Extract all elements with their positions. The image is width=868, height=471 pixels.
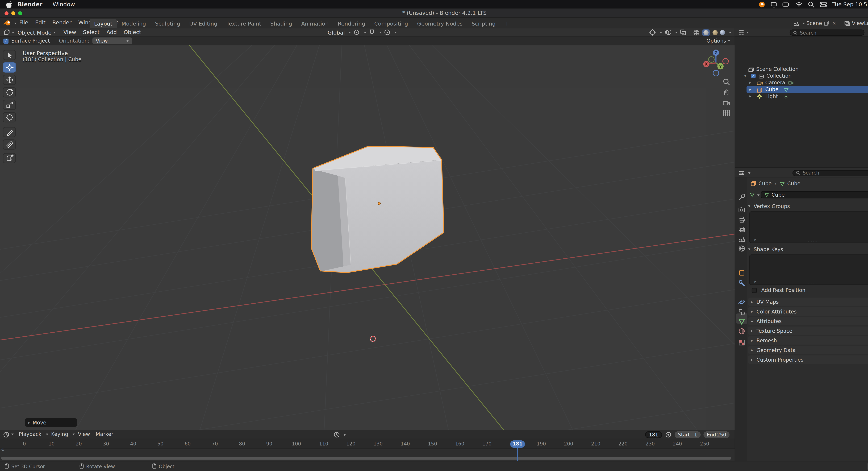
playback-sync-icon[interactable] bbox=[333, 432, 340, 438]
editor-type-caret[interactable] bbox=[12, 31, 14, 33]
scene-browse-caret[interactable] bbox=[803, 22, 805, 24]
tab-view-layer[interactable] bbox=[737, 225, 746, 233]
panel-attributes[interactable]: ▸ Attributes bbox=[748, 317, 868, 325]
cube-expand-icon[interactable]: ▸ bbox=[749, 86, 751, 93]
camera-view-button[interactable] bbox=[721, 98, 731, 108]
wifi-icon[interactable] bbox=[796, 1, 803, 8]
tool-rotate[interactable] bbox=[3, 87, 16, 97]
vertex-groups-list[interactable]: ▸ bbox=[749, 211, 868, 243]
navigation-gizmo[interactable]: Z X Y bbox=[700, 48, 732, 79]
proportional-caret[interactable] bbox=[395, 31, 397, 33]
editor-type-timeline-icon[interactable] bbox=[3, 431, 9, 438]
tool-orientation-dropdown[interactable]: View bbox=[92, 37, 132, 44]
show-overlays-icon[interactable] bbox=[664, 29, 671, 36]
current-frame-field[interactable]: 181 bbox=[645, 432, 662, 438]
unlink-scene-icon[interactable]: ✕ bbox=[831, 21, 837, 26]
breadcrumb-data-name[interactable]: Cube bbox=[787, 181, 801, 186]
blender-logo-icon[interactable] bbox=[3, 19, 11, 27]
add-rest-position-checkbox[interactable] bbox=[752, 288, 757, 293]
tab-rendering[interactable]: Rendering bbox=[333, 19, 370, 28]
tab-compositing[interactable]: Compositing bbox=[370, 19, 413, 28]
timeline-editor-caret[interactable] bbox=[11, 434, 13, 435]
blender-status-icon[interactable] bbox=[758, 1, 766, 8]
sync-caret[interactable] bbox=[344, 434, 346, 436]
display-icon[interactable] bbox=[771, 1, 777, 8]
shading-wireframe-icon[interactable] bbox=[693, 29, 700, 35]
tool-scale[interactable] bbox=[3, 100, 16, 110]
prev-keyframe-button[interactable] bbox=[356, 432, 363, 438]
tab-object-data[interactable] bbox=[737, 317, 746, 326]
jump-to-end-button[interactable] bbox=[390, 432, 397, 438]
surface-project-checkbox[interactable]: ✓ bbox=[3, 38, 8, 43]
tab-animation[interactable]: Animation bbox=[297, 19, 333, 28]
snap-magnet-icon[interactable] bbox=[369, 29, 375, 36]
orientation-caret[interactable] bbox=[349, 31, 351, 33]
tab-constraints[interactable] bbox=[737, 307, 746, 316]
timeline-scrollbar[interactable] bbox=[1, 457, 732, 460]
panel-color-attributes[interactable]: ▸ Color Attributes bbox=[748, 307, 868, 316]
outliner-row-scene-collection[interactable]: Scene Collection bbox=[735, 66, 868, 72]
play-button[interactable] bbox=[373, 432, 380, 438]
marker-menu[interactable]: Marker bbox=[93, 430, 116, 439]
tab-world[interactable] bbox=[737, 244, 746, 253]
breadcrumb-object-name[interactable]: Cube bbox=[758, 181, 772, 186]
tab-sculpting[interactable]: Sculpting bbox=[151, 19, 185, 28]
tab-output[interactable] bbox=[737, 215, 746, 224]
zoom-view-button[interactable] bbox=[721, 77, 731, 87]
timeline-ruler[interactable]: 0 10 20 30 40 50 60 70 80 90 100 110 120… bbox=[0, 439, 735, 448]
region-collapse-icon[interactable]: « bbox=[1, 447, 4, 452]
show-gizmo-icon[interactable] bbox=[649, 29, 656, 36]
timeline-channel-area[interactable]: « bbox=[0, 448, 735, 461]
scene-name[interactable]: Scene bbox=[807, 20, 822, 26]
tab-texture[interactable] bbox=[737, 338, 746, 347]
outliner-editor-caret[interactable] bbox=[746, 31, 749, 33]
outliner-row-light[interactable]: ▸ Light bbox=[735, 93, 868, 100]
outliner-row-camera[interactable]: ▸ Camera bbox=[735, 79, 868, 86]
shading-caret[interactable] bbox=[729, 31, 731, 33]
tab-tool[interactable] bbox=[737, 192, 746, 201]
vertex-groups-expand-icon[interactable]: ▾ bbox=[748, 204, 750, 209]
panel-geometry-data[interactable]: ▸ Geometry Data bbox=[748, 346, 868, 354]
tool-measure[interactable] bbox=[3, 140, 16, 150]
control-center-icon[interactable] bbox=[820, 1, 827, 8]
tool-move[interactable] bbox=[3, 75, 16, 85]
editor-type-outliner-icon[interactable] bbox=[738, 29, 745, 36]
tool-select-box[interactable] bbox=[3, 50, 16, 60]
panel-texture-space[interactable]: ▸ Texture Space bbox=[748, 326, 868, 335]
pan-view-button[interactable] bbox=[721, 87, 731, 97]
panel-uv-maps[interactable]: ▸ UV Maps bbox=[748, 297, 868, 306]
outliner-row-collection[interactable]: ▾ ✓ Collection bbox=[735, 72, 868, 79]
tool-transform[interactable] bbox=[3, 112, 16, 122]
playhead-line[interactable] bbox=[517, 447, 518, 461]
xray-toggle-icon[interactable] bbox=[680, 29, 686, 36]
transform-orientation-dropdown[interactable]: Global bbox=[328, 29, 345, 35]
object-menu[interactable]: Object bbox=[120, 28, 145, 36]
menubar-app-name[interactable]: Blender bbox=[12, 0, 48, 8]
keying-menu[interactable]: Keying bbox=[48, 430, 71, 439]
next-keyframe-button[interactable] bbox=[381, 432, 389, 438]
playhead-frame-badge[interactable]: 181 bbox=[510, 440, 525, 447]
properties-editor-caret[interactable] bbox=[748, 172, 750, 174]
gizmo-neg-x-ball[interactable] bbox=[723, 58, 728, 64]
shape-keys-expand-icon[interactable]: ▾ bbox=[748, 247, 750, 252]
shading-rendered-icon[interactable] bbox=[720, 30, 725, 35]
battery-icon[interactable] bbox=[783, 1, 790, 8]
tab-scene[interactable] bbox=[737, 234, 746, 243]
shape-keys-panel-header[interactable]: ▾ Shape Keys bbox=[748, 246, 783, 252]
operator-panel-move[interactable]: ▸ Move bbox=[25, 418, 77, 427]
tab-uv-editing[interactable]: UV Editing bbox=[185, 19, 222, 28]
collection-checkbox[interactable]: ✓ bbox=[751, 73, 756, 78]
proportional-editing-icon[interactable] bbox=[384, 29, 391, 36]
gizmo-neg-y-ball[interactable] bbox=[709, 57, 714, 62]
panel-custom-properties[interactable]: ▸ Custom Properties bbox=[748, 355, 868, 364]
tab-physics[interactable] bbox=[737, 297, 746, 306]
editor-type-3dviewport-icon[interactable] bbox=[3, 29, 10, 36]
data-name-field[interactable]: Cube bbox=[761, 191, 868, 198]
operator-expand-icon[interactable]: ▸ bbox=[28, 420, 30, 425]
playback-menu[interactable]: Playback bbox=[16, 430, 44, 439]
spotlight-search-icon[interactable] bbox=[808, 1, 815, 8]
overlays-caret[interactable] bbox=[675, 31, 677, 33]
auto-keying-button[interactable] bbox=[665, 432, 672, 438]
outliner-search-input[interactable]: Search bbox=[790, 30, 865, 36]
toggle-ortho-button[interactable] bbox=[721, 108, 731, 118]
